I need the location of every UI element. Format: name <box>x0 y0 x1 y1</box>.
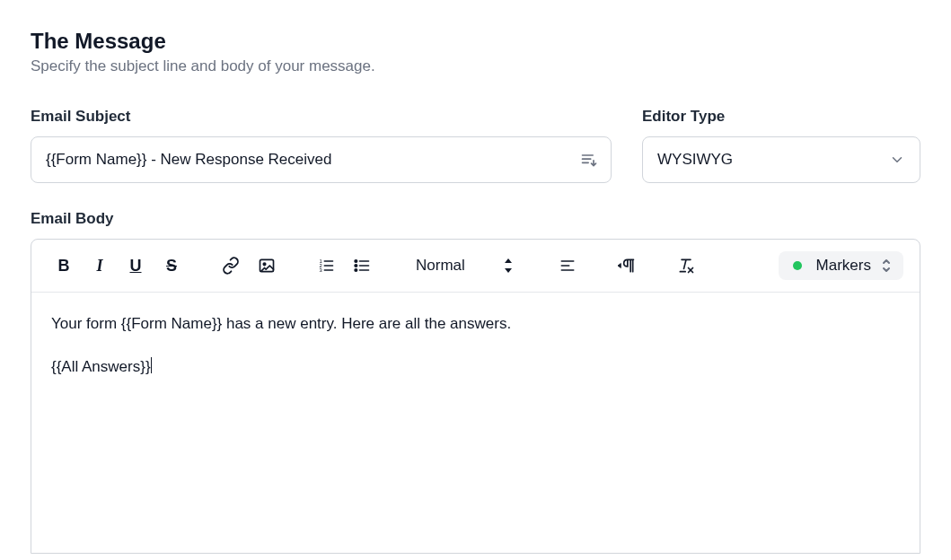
paragraph-direction-icon <box>617 257 637 275</box>
editor-type-label: Editor Type <box>642 108 920 126</box>
chevron-down-icon <box>889 152 905 168</box>
strikethrough-button[interactable]: S <box>155 249 188 283</box>
email-body-content[interactable]: Your form {{Form Name}} has a new entry.… <box>31 293 920 553</box>
markers-button[interactable]: Markers <box>779 251 903 280</box>
markers-label: Markers <box>816 257 871 275</box>
insert-variable-button[interactable] <box>568 137 611 182</box>
email-subject-input[interactable] <box>31 137 568 182</box>
image-button[interactable] <box>251 249 283 283</box>
italic-button[interactable]: I <box>84 249 116 283</box>
chevron-up-down-icon <box>880 258 893 274</box>
status-dot-icon <box>793 261 802 270</box>
body-paragraph-2: {{All Answers}} <box>51 355 900 379</box>
editor-toolbar: B I U S 1 <box>31 240 920 293</box>
svg-point-4 <box>263 263 266 266</box>
unordered-list-button[interactable] <box>346 249 378 283</box>
underline-icon: U <box>130 257 142 276</box>
editor-type-value: WYSIWYG <box>657 151 733 169</box>
format-select[interactable]: Normal <box>405 249 524 283</box>
underline-button[interactable]: U <box>119 249 152 283</box>
section-subtitle: Specify the subject line and body of you… <box>31 57 920 75</box>
insert-lines-icon <box>580 151 598 169</box>
align-left-icon <box>559 257 577 275</box>
svg-point-16 <box>355 269 357 272</box>
email-body-editor: B I U S 1 <box>31 239 920 554</box>
bold-button[interactable]: B <box>48 249 80 283</box>
clear-format-icon <box>677 257 695 275</box>
svg-point-15 <box>355 265 357 267</box>
email-body-label: Email Body <box>31 210 920 228</box>
bold-icon: B <box>58 257 70 276</box>
section-title: The Message <box>31 29 920 54</box>
format-value: Normal <box>416 257 465 275</box>
clear-format-button[interactable] <box>670 249 702 283</box>
unordered-list-icon <box>353 257 371 275</box>
editor-type-select[interactable]: WYSIWYG <box>642 136 920 183</box>
text-direction-button[interactable] <box>611 249 643 283</box>
email-subject-wrapper <box>31 136 612 183</box>
strikethrough-icon: S <box>166 257 177 276</box>
link-button[interactable] <box>215 249 247 283</box>
italic-icon: I <box>96 257 102 276</box>
align-button[interactable] <box>551 249 584 283</box>
sort-icon <box>503 258 514 273</box>
svg-point-14 <box>355 260 357 263</box>
email-subject-label: Email Subject <box>31 108 612 126</box>
ordered-list-button[interactable]: 1 2 3 <box>310 249 342 283</box>
body-paragraph-1: Your form {{Form Name}} has a new entry.… <box>51 312 900 336</box>
link-icon <box>222 257 240 275</box>
svg-text:3: 3 <box>320 267 322 273</box>
ordered-list-icon: 1 2 3 <box>317 257 335 275</box>
image-icon <box>258 257 276 275</box>
